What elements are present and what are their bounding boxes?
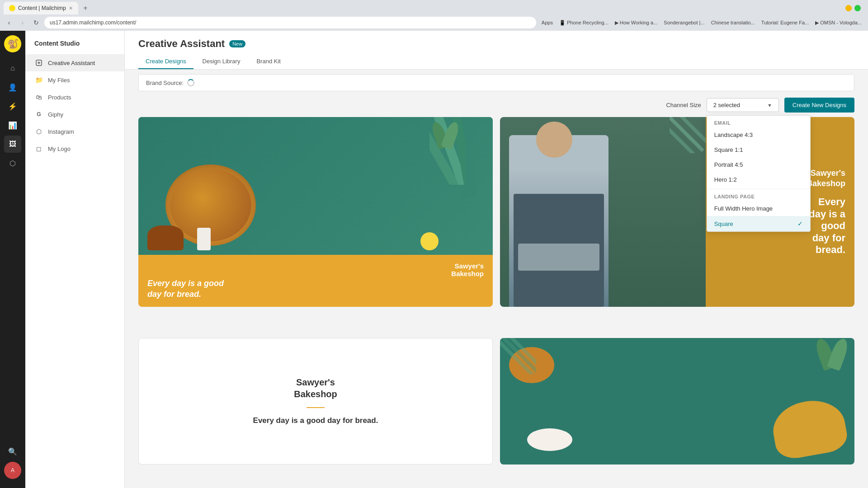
- create-new-designs-button[interactable]: Create New Designs: [784, 98, 854, 113]
- nav-search-icon[interactable]: 🔍: [4, 443, 21, 460]
- sidebar-item-instagram[interactable]: ⬡ Instagram: [25, 123, 124, 140]
- bookmark-5[interactable]: Tutorial: Eugene Fa...: [759, 19, 811, 27]
- select-button[interactable]: 2 selected ▼: [707, 98, 779, 112]
- card-3-tagline: Every day is a good day for bread.: [253, 415, 378, 426]
- tab-brand-kit[interactable]: Brand Kit: [249, 54, 288, 69]
- dropdown-item-portrait[interactable]: Portrait 4:5: [707, 157, 810, 172]
- bookmark-3[interactable]: Sonderangebot |...: [661, 19, 707, 27]
- forward-button[interactable]: ›: [17, 17, 28, 28]
- sidebar-item-label: My Logo: [48, 145, 71, 152]
- sidebar-item-my-logo[interactable]: ◻ My Logo: [25, 140, 124, 157]
- sidebar-item-label: My Files: [48, 77, 70, 84]
- sidebar-title: Content Studio: [25, 40, 124, 54]
- sidebar-item-label: Giphy: [48, 111, 63, 118]
- url-bar[interactable]: [44, 17, 536, 28]
- tab-title: Content | Mailchimp: [18, 5, 66, 11]
- my-logo-icon: ◻: [34, 144, 43, 153]
- page-title: Creative Assistant: [138, 38, 225, 50]
- select-value: 2 selected: [713, 102, 740, 108]
- giphy-icon: G: [34, 110, 43, 119]
- brand-source-spinner: [187, 79, 194, 86]
- brand-source-bar: Brand Source:: [138, 74, 854, 91]
- dropdown-item-square-1-1[interactable]: Square 1:1: [707, 142, 810, 157]
- tab-create-designs[interactable]: Create Designs: [138, 54, 193, 69]
- nav-content-icon[interactable]: 🖼: [4, 136, 21, 153]
- channel-size-label: Channel Size: [666, 102, 701, 108]
- back-button[interactable]: ‹: [4, 17, 14, 28]
- nav-automations-icon[interactable]: 📊: [4, 117, 21, 134]
- main-content: Creative Assistant New Create Designs De…: [125, 31, 868, 488]
- sidebar-item-label: Products: [48, 94, 71, 101]
- minimize-button[interactable]: [845, 5, 852, 11]
- dropdown-item-landscape[interactable]: Landscape 4:3: [707, 127, 810, 142]
- nav-home-icon[interactable]: ⌂: [4, 60, 21, 77]
- sidebar-item-creative-assistant[interactable]: Creative Assistant: [25, 54, 124, 71]
- active-tab[interactable]: Content | Mailchimp ✕: [4, 2, 78, 14]
- design-card-4[interactable]: [500, 338, 854, 465]
- bookmark-4[interactable]: Chinese translatio...: [708, 19, 758, 27]
- check-icon: ✓: [797, 220, 803, 227]
- bookmark-6[interactable]: ▶ OMSN - Vologda...: [812, 19, 864, 27]
- sidebar-item-giphy[interactable]: G Giphy: [25, 106, 124, 123]
- tab-favicon: [9, 5, 15, 11]
- sidebar-item-products[interactable]: 🛍 Products: [25, 89, 124, 106]
- landing-page-group-label: LANDING PAGE: [707, 189, 810, 201]
- nav-contacts-icon[interactable]: 👤: [4, 79, 21, 96]
- design-card-1[interactable]: Sawyer'sBakeshop Every day is a goodday …: [138, 117, 493, 307]
- apps-bookmark[interactable]: Apps: [539, 19, 556, 27]
- logo-icon[interactable]: 🐒: [4, 35, 21, 52]
- left-nav: 🐒 ⌂ 👤 ⚡ 📊 🖼 ⬡ 🔍 A: [0, 31, 25, 488]
- new-tab-button[interactable]: +: [80, 3, 91, 14]
- sidebar-item-my-files[interactable]: 📁 My Files: [25, 71, 124, 89]
- instagram-icon: ⬡: [34, 127, 43, 136]
- nav-campaigns-icon[interactable]: ⚡: [4, 98, 21, 115]
- creative-assistant-icon: [34, 58, 43, 67]
- dropdown-item-full-width[interactable]: Full Width Hero Image: [707, 201, 810, 216]
- sidebar-item-label: Instagram: [48, 128, 74, 135]
- maximize-button[interactable]: [854, 5, 861, 11]
- dropdown-menu: EMAIL Landscape 4:3 Square 1:1 Portrait …: [707, 115, 811, 232]
- chevron-down-icon: ▼: [767, 103, 772, 108]
- content-header: Creative Assistant New Create Designs De…: [125, 31, 868, 70]
- nav-user-icon[interactable]: A: [4, 462, 21, 479]
- bookmark-2[interactable]: ▶ How Working a...: [612, 19, 660, 27]
- new-badge: New: [229, 40, 245, 47]
- card-1-bakery-name: Sawyer'sBakeshop: [147, 262, 484, 277]
- dropdown-item-hero[interactable]: Hero 1:2: [707, 172, 810, 187]
- my-files-icon: 📁: [34, 75, 43, 84]
- email-group-label: EMAIL: [707, 116, 810, 127]
- dropdown-item-square-selected[interactable]: Square ✓: [707, 216, 810, 231]
- design-card-3[interactable]: Sawyer'sBakeshop Every day is a good day…: [138, 338, 493, 465]
- bookmark-1[interactable]: 📱 Phone Recycling...: [557, 19, 611, 27]
- card-2-bakery-name: Sawyer'sBakeshop: [807, 168, 845, 189]
- tab-close-icon[interactable]: ✕: [69, 5, 73, 11]
- card-3-bakery-name: Sawyer'sBakeshop: [294, 376, 337, 400]
- card-1-tagline: Every day is a goodday for bread.: [147, 278, 484, 300]
- sidebar-item-label: Creative Assistant: [48, 60, 95, 66]
- reload-button[interactable]: ↻: [31, 17, 42, 28]
- nav-integrations-icon[interactable]: ⬡: [4, 155, 21, 172]
- products-icon: 🛍: [34, 93, 43, 102]
- card-2-tagline: Everyday is agoodday forbread.: [809, 196, 845, 256]
- card-3-divider: [307, 407, 325, 408]
- sidebar: Content Studio Creative Assistant 📁 My F…: [25, 31, 125, 488]
- brand-source-label: Brand Source:: [146, 80, 184, 86]
- toolbar-row: Channel Size 2 selected ▼ EMAIL Landscap…: [125, 96, 868, 117]
- tab-design-library[interactable]: Design Library: [195, 54, 248, 69]
- channel-size-select[interactable]: 2 selected ▼ EMAIL Landscape 4:3 Square …: [707, 98, 779, 112]
